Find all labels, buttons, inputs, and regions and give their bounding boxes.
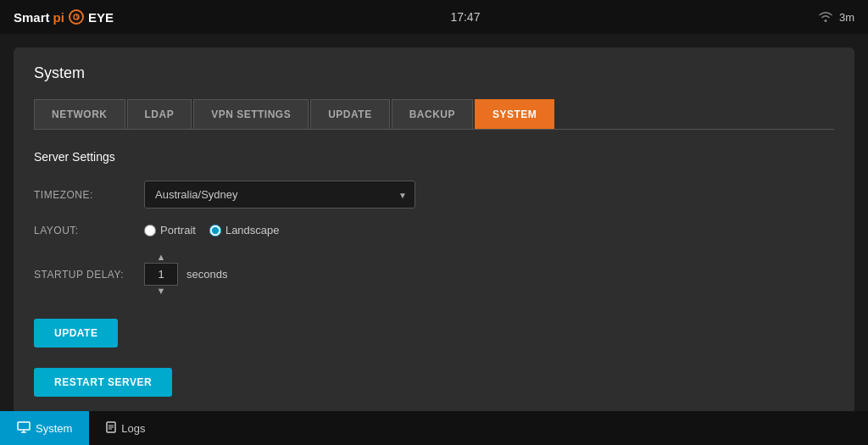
tab-network[interactable]: NETWORK <box>34 99 125 129</box>
bottombar: System Logs <box>0 411 868 445</box>
portrait-label: Portrait <box>160 224 196 236</box>
delay-increment-button[interactable]: ▲ <box>144 252 178 263</box>
delay-decrement-button[interactable]: ▼ <box>144 286 178 297</box>
bottombar-system-label: System <box>36 422 72 435</box>
landscape-radio[interactable] <box>209 225 221 236</box>
wifi-icon <box>817 9 834 25</box>
bottombar-logs-label: Logs <box>121 422 145 435</box>
bottombar-logs-tab[interactable]: Logs <box>89 411 162 445</box>
tab-update[interactable]: UPDATE <box>310 99 389 129</box>
tab-system[interactable]: SYSTEM <box>475 99 554 129</box>
clock: 17:47 <box>450 10 480 24</box>
svg-rect-2 <box>18 422 30 430</box>
section-title: Server Settings <box>34 150 834 164</box>
tab-ldap[interactable]: LDAP <box>127 99 192 129</box>
layout-row: LAYOUT: Portrait Landscape <box>34 224 834 236</box>
startup-delay-control: ▲ ▼ seconds <box>144 252 432 297</box>
monitor-icon <box>17 421 31 436</box>
delay-unit: seconds <box>186 268 227 281</box>
logo-circle-icon <box>69 9 84 25</box>
timezone-label: TIMEZONE: <box>34 189 144 201</box>
layout-label: LAYOUT: <box>34 225 144 236</box>
startup-delay-label: STARTUP DELAY: <box>34 269 144 281</box>
timezone-control: Australia/Sydney UTC America/New_York Eu… <box>144 181 432 209</box>
tab-vpn[interactable]: VPN SETTINGS <box>193 99 309 129</box>
delay-input[interactable] <box>144 263 178 286</box>
system-card: System NETWORK LDAP VPN SETTINGS UPDATE … <box>14 47 854 411</box>
timezone-select[interactable]: Australia/Sydney UTC America/New_York Eu… <box>144 181 415 209</box>
startup-delay-row: STARTUP DELAY: ▲ ▼ seconds <box>34 252 834 297</box>
bottombar-system-tab[interactable]: System <box>0 411 89 445</box>
topbar-right: 3m <box>817 9 854 25</box>
logo-eye: EYE <box>88 10 114 25</box>
logo-pi: pi <box>53 10 64 25</box>
page-title: System <box>34 64 834 82</box>
layout-portrait-option[interactable]: Portrait <box>144 224 196 236</box>
doc-icon <box>106 421 116 436</box>
main-content: System NETWORK LDAP VPN SETTINGS UPDATE … <box>0 34 868 411</box>
layout-control: Portrait Landscape <box>144 224 432 236</box>
logo-smart: Smart <box>14 10 50 25</box>
timezone-select-wrapper: Australia/Sydney UTC America/New_York Eu… <box>144 181 415 209</box>
topbar: Smart pi EYE 17:47 3m <box>0 0 868 34</box>
tab-bar: NETWORK LDAP VPN SETTINGS UPDATE BACKUP … <box>34 99 834 130</box>
tab-backup[interactable]: BACKUP <box>392 99 473 129</box>
update-button[interactable]: UPDATE <box>34 319 118 348</box>
connection-time: 3m <box>839 11 854 24</box>
delay-spinner: ▲ ▼ <box>144 252 178 297</box>
timezone-row: TIMEZONE: Australia/Sydney UTC America/N… <box>34 181 834 209</box>
layout-landscape-option[interactable]: Landscape <box>209 224 280 236</box>
restart-server-button[interactable]: RESTART SERVER <box>34 368 172 397</box>
portrait-radio[interactable] <box>144 225 156 236</box>
landscape-label: Landscape <box>225 224 280 236</box>
logo: Smart pi EYE <box>14 9 114 25</box>
